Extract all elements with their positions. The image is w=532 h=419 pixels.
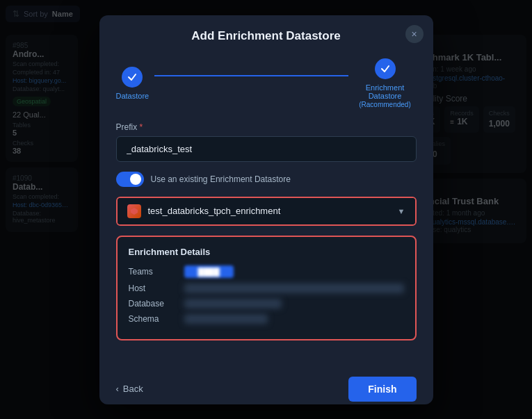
step-1-circle [122,67,143,88]
modal-body: Prefix * Use an existing Enrichment Data… [99,122,433,368]
required-marker: * [140,122,143,132]
back-button[interactable]: ‹ Back [116,384,143,394]
close-button[interactable]: × [405,25,424,43]
enrichment-row-database: Database [129,299,404,309]
prefix-input[interactable] [116,136,417,162]
enrichment-details-box: Enrichment Details Teams ████ Host Datab… [116,236,417,340]
datastore-name: test_databricks_tpch_enrichment [148,206,391,216]
teams-value: ████ [184,265,234,278]
step-1-label: Datastore [116,92,150,100]
schema-key: Schema [129,314,177,324]
database-value [184,299,282,309]
step-datastore: Datastore [116,67,150,100]
step-connector [154,75,348,76]
check-icon-step1 [127,72,137,82]
database-key: Database [129,299,177,309]
teams-key: Teams [129,267,177,277]
prefix-label: Prefix * [116,122,417,132]
databricks-logo-icon [130,207,138,215]
modal-footer: ‹ Back Finish [99,368,433,404]
back-arrow-icon: ‹ [116,384,119,394]
check-icon-step2 [380,64,390,74]
svg-marker-0 [131,208,138,215]
modal-overlay: Add Enrichment Datastore × Datastore [0,0,532,419]
toggle-switch[interactable] [116,172,144,187]
databricks-icon [127,204,141,218]
step-enrichment-datastore: Enrichment Datastore(Racommended) [354,58,417,108]
finish-button[interactable]: Finish [348,377,416,402]
schema-value [184,314,268,324]
modal-title: Add Enrichment Datastore [99,15,433,51]
wizard-steps: Datastore Enrichment Datastore(Racommend… [99,51,433,122]
datastore-select[interactable]: test_databricks_tpch_enrichment ▼ [118,198,415,224]
enrichment-details-title: Enrichment Details [129,247,404,257]
toggle-label: Use an existing Enrichment Datastore [151,174,291,184]
host-key: Host [129,284,177,293]
enrichment-row-teams: Teams ████ [129,265,404,278]
enrichment-row-schema: Schema [129,314,404,324]
toggle-row: Use an existing Enrichment Datastore [116,172,417,187]
datastore-select-wrapper: test_databricks_tpch_enrichment ▼ [116,197,417,226]
add-enrichment-modal: Add Enrichment Datastore × Datastore [99,15,433,404]
host-value [184,284,404,293]
enrichment-row-host: Host [129,284,404,293]
step-2-circle [375,58,396,79]
step-2-label: Enrichment Datastore(Racommended) [354,83,417,108]
chevron-down-icon: ▼ [398,207,405,215]
